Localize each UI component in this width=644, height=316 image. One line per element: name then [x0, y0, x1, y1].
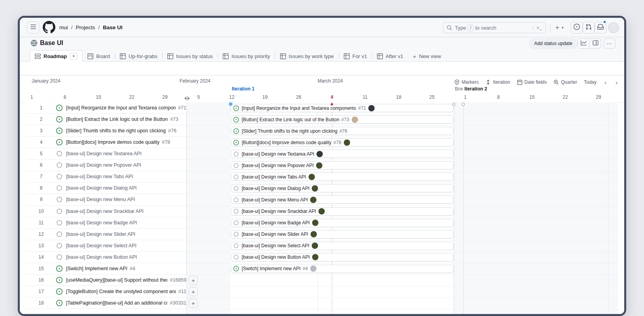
assignee-avatar[interactable]: [318, 208, 325, 214]
assignee-avatar[interactable]: [312, 220, 318, 226]
task-row[interactable]: 1[Input] Reorganize the Input and Textar…: [26, 102, 186, 114]
timeline-bar[interactable]: [base-ui] Design new Snackbar API: [231, 207, 454, 216]
open-issue-icon: [56, 139, 63, 145]
task-row[interactable]: 18[TablePagination][base-ui] Add an addi…: [26, 297, 186, 309]
timeline-bar[interactable]: [base-ui] Design new Tabs API: [231, 173, 454, 181]
timeline-bar[interactable]: [Slider] Thumb shifts to the right upon …: [231, 127, 454, 135]
breadcrumb-org[interactable]: mui: [59, 24, 68, 30]
timeline-bar[interactable]: [base-ui] Design new Menu API: [231, 196, 454, 204]
side-panel-button[interactable]: [589, 39, 601, 48]
command-palette-icon[interactable]: >_: [533, 25, 542, 30]
set-date-button[interactable]: +: [189, 287, 198, 296]
assignee-avatar[interactable]: [312, 185, 318, 192]
tab-up-for-grabs[interactable]: Up-for-grabs: [115, 51, 162, 62]
breadcrumb-projects[interactable]: Projects: [76, 24, 95, 30]
timeline-bar[interactable]: [base-ui] Design new Badge API: [231, 219, 454, 227]
task-row[interactable]: 12[base-ui] Design new Slider API: [26, 229, 186, 240]
pull-requests-button[interactable]: [583, 22, 595, 34]
issues-button[interactable]: [571, 22, 583, 34]
panel-resize-handle[interactable]: [184, 95, 190, 103]
timeline-bar[interactable]: [base-ui] Design new Button API: [231, 253, 454, 261]
assignee-avatar[interactable]: [312, 254, 318, 260]
iteration-end-marker[interactable]: [452, 103, 455, 106]
task-row[interactable]: 14[base-ui] Design new Button API: [26, 252, 186, 263]
task-row[interactable]: 7[base-ui] Design new Tabs API: [26, 171, 186, 182]
tab-options-caret[interactable]: ▼: [70, 53, 78, 60]
task-row[interactable]: 11[base-ui] Design new Badge API: [26, 217, 186, 229]
markers-button[interactable]: Markers: [454, 79, 479, 85]
timeline-bar[interactable]: [Input] Reorganize the Input and Textare…: [231, 104, 454, 112]
task-row[interactable]: 17[ToggleButton] Create the unstyled com…: [26, 286, 186, 297]
tab-issues-by-work-type[interactable]: Issues by work type: [275, 51, 339, 62]
insights-button[interactable]: [578, 39, 589, 48]
iteration-button[interactable]: Iteration: [485, 79, 510, 85]
tab-after-v1[interactable]: After v1: [372, 51, 408, 62]
date-tick: 12: [229, 94, 234, 100]
draft-issue-icon: [56, 185, 63, 191]
breadcrumb-project-name[interactable]: Base UI: [103, 24, 123, 30]
graph-icon: [581, 40, 587, 47]
iteration-start-marker[interactable]: [229, 103, 232, 105]
tab-issues-by-status[interactable]: Issues by status: [163, 51, 218, 62]
task-row[interactable]: 9[base-ui] Design new Menu API: [26, 194, 186, 205]
timeline-bar[interactable]: [base-ui] Design new Select API: [231, 242, 454, 250]
tab-issues-by-priority[interactable]: Issues by priority: [218, 51, 275, 62]
assignee-avatar[interactable]: [311, 231, 317, 237]
create-new-button[interactable]: +▼: [553, 22, 566, 33]
tab-board[interactable]: Board: [83, 51, 115, 62]
breadcrumb: mui / Projects / Base UI: [59, 18, 123, 37]
assignee-avatar[interactable]: [352, 117, 358, 123]
assignee-avatar[interactable]: [316, 162, 322, 169]
tab-roadmap[interactable]: Roadmap▼: [30, 50, 83, 62]
set-date-button[interactable]: +: [189, 299, 198, 308]
timeline-bar[interactable]: [Button] Extract the Link logic out of t…: [231, 115, 454, 124]
timeline-row-divider: [187, 297, 618, 298]
date-fields-button[interactable]: Date fields: [517, 79, 547, 85]
assignee-avatar[interactable]: [310, 265, 316, 272]
task-row[interactable]: 16[useMediaQuery][base-ui] Support witho…: [26, 275, 186, 286]
scroll-left-button[interactable]: ‹: [603, 79, 608, 86]
timeline-bar[interactable]: [base-ui] Design new Slider API: [231, 230, 454, 239]
assignee-avatar[interactable]: [368, 105, 375, 111]
task-row[interactable]: 13[base-ui] Design new Select API: [26, 240, 186, 252]
task-row[interactable]: 8[base-ui] Design new Dialog API: [26, 182, 186, 194]
draft-issue-icon: [56, 231, 63, 237]
control-label: Iteration: [493, 79, 510, 85]
add-status-update-button[interactable]: Add status update: [529, 38, 578, 49]
today-button[interactable]: Today: [584, 79, 597, 85]
set-date-button[interactable]: +: [189, 276, 198, 285]
tab-new-view[interactable]: +New view: [408, 51, 445, 62]
timeline-bar[interactable]: [base-ui] Design new Dialog API: [231, 184, 454, 192]
user-avatar[interactable]: [608, 22, 619, 33]
draft-issue-icon: [56, 220, 63, 226]
hamburger-menu-button[interactable]: [27, 21, 39, 34]
quarter-button[interactable]: Quarter: [553, 79, 577, 85]
scroll-right-button[interactable]: ›: [614, 79, 619, 86]
task-row[interactable]: 3[Slider] Thumb shifts to the right upon…: [26, 125, 186, 137]
timeline-row-divider: [187, 194, 618, 194]
task-row[interactable]: 2[Button] Extract the Link logic out of …: [26, 114, 186, 125]
assignee-avatar[interactable]: [316, 151, 323, 157]
date-tick: 15: [96, 94, 101, 100]
timeline-bar[interactable]: [Switch] Implement new API#4: [231, 265, 454, 273]
task-row[interactable]: 10[base-ui] Design new Snackbar API: [26, 206, 186, 217]
task-row[interactable]: 5[base-ui] Design new Textarea API: [26, 148, 186, 160]
assignee-avatar[interactable]: [344, 139, 350, 146]
task-row[interactable]: 4[Button][docs] Improve demos code quali…: [26, 137, 186, 148]
search-input[interactable]: Type / to search >_: [443, 22, 546, 33]
assignee-avatar[interactable]: [310, 197, 316, 203]
timeline-bar[interactable]: [Button][docs] Improve demos code qualit…: [231, 138, 454, 147]
tab-for-v1[interactable]: For v1: [339, 51, 372, 62]
iteration-2-start-marker[interactable]: [462, 103, 465, 106]
assignee-avatar[interactable]: [309, 174, 315, 180]
timeline-bar[interactable]: [base-ui] Design new Textarea API: [231, 150, 454, 158]
timeline-row-divider: [187, 148, 618, 149]
project-menu-button[interactable]: ⋯: [604, 38, 616, 49]
date-tick: 18: [396, 94, 401, 100]
timeline-bar[interactable]: [base-ui] Design new Popover API: [231, 161, 454, 169]
row-number: 3: [26, 128, 56, 134]
github-logo-icon[interactable]: [43, 21, 55, 34]
task-row[interactable]: 6[base-ui] Design new Popover API: [26, 160, 186, 171]
task-row[interactable]: 15[Switch] Implement new API#4: [26, 263, 186, 275]
assignee-avatar[interactable]: [312, 243, 318, 249]
